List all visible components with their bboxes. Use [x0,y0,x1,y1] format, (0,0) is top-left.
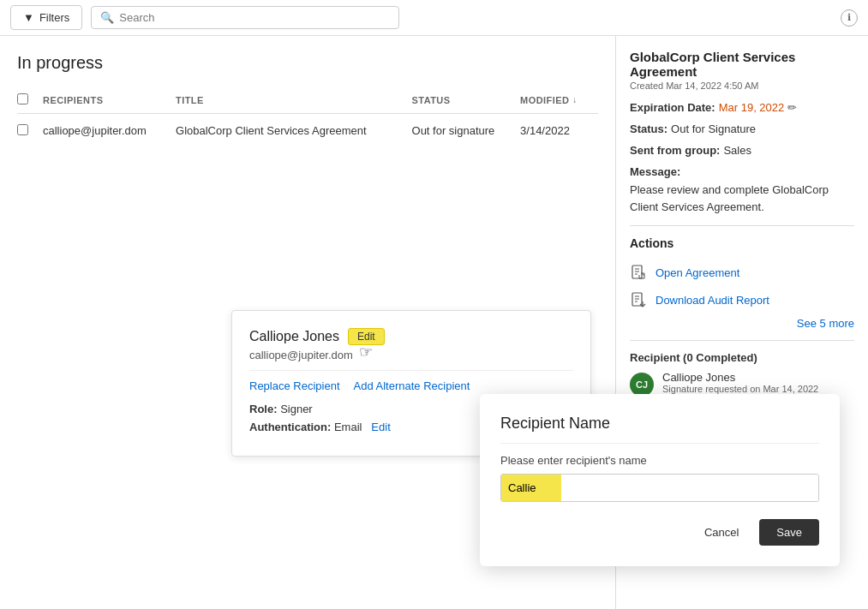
auth-edit-link[interactable]: Edit [371,421,390,433]
filter-label: Filters [39,11,69,24]
expiration-field: Expiration Date: Mar 19, 2022 ✏ [630,101,854,114]
add-alternate-link[interactable]: Add Alternate Recipient [354,379,470,392]
recipient-edit-button[interactable]: Edit ☞ [348,328,385,345]
documents-table: RECIPIENTS TITLE STATUS MODIFIED ↓ [17,87,598,148]
dialog-highlighted-input[interactable] [501,475,561,501]
col-modified: MODIFIED ↓ [520,87,598,114]
recipient-section-title: Recipient (0 Completed) [630,351,854,364]
recipient-full-name: Calliope Jones [662,371,818,384]
row-checkbox-cell [17,114,43,149]
section-title: In progress [17,53,598,73]
recipient-sig-status: Signature requested on Mar 14, 2022 [662,384,818,394]
status-label: Status: [630,122,667,135]
recipient-card: CJ Calliope Jones Signature requested on… [630,371,854,397]
open-agreement-label: Open Agreement [655,266,739,279]
divider2 [630,340,854,341]
search-input[interactable] [119,11,390,24]
replace-recipient-link[interactable]: Replace Recipient [249,379,340,392]
expiration-value: Mar 19, 2022 [719,101,785,114]
recipient-name: Calliope Jones [249,329,339,344]
cursor-hand-icon: ☞ [359,343,373,361]
dialog-save-button[interactable]: Save [759,519,819,546]
sent-from-label: Sent from group: [630,144,720,157]
message-field: Message: Please review and complete Glob… [630,165,854,215]
recipient-popup-header: Calliope Jones Edit ☞ [249,328,573,345]
sent-from-field: Sent from group: Sales [630,144,854,157]
open-agreement-icon [630,264,647,281]
table-row: calliope@jupiter.dom GlobalCorp Client S… [17,114,598,149]
info-icon[interactable]: ℹ [841,9,858,27]
expiration-edit-icon[interactable]: ✏ [787,101,797,114]
dialog-label: Please enter recipient's name [500,454,819,467]
sort-arrow-icon: ↓ [572,95,577,104]
open-agreement-action[interactable]: Open Agreement [630,259,854,286]
agreement-title: GlobalCorp Client Services Agreement [630,50,854,79]
actions-title: Actions [630,236,854,250]
recipient-name-dialog: Recipient Name Please enter recipient's … [480,394,840,566]
recipient-avatar: CJ [630,373,654,397]
col-recipients: RECIPIENTS [43,87,176,114]
popup-actions: Replace Recipient Add Alternate Recipien… [249,379,573,392]
select-all-checkbox[interactable] [17,93,28,104]
see-more-link[interactable]: See 5 more [630,317,854,330]
download-audit-label: Download Audit Report [655,294,769,307]
dialog-cancel-button[interactable]: Cancel [694,519,749,546]
status-value: Out for Signature [671,122,756,135]
row-recipient: calliope@jupiter.dom [43,114,176,149]
row-checkbox[interactable] [17,124,28,135]
expiration-label: Expiration Date: [630,101,715,114]
message-value: Please review and complete GlobalCorp Cl… [630,182,854,215]
dialog-input-wrap [500,474,819,502]
dialog-title: Recipient Name [500,415,819,444]
download-audit-icon [630,291,647,308]
recipient-info: Calliope Jones Signature requested on Ma… [662,371,818,394]
filter-icon: ▼ [23,11,34,24]
message-label: Message: [630,165,680,178]
row-status: Out for signature [412,114,521,149]
filter-button[interactable]: ▼ Filters [10,5,82,30]
divider [630,225,854,226]
col-title: TITLE [176,87,411,114]
status-field: Status: Out for Signature [630,122,854,135]
search-icon: 🔍 [100,11,114,24]
col-checkbox [17,87,43,114]
col-status: STATUS [412,87,521,114]
top-bar: ▼ Filters 🔍 ℹ [0,0,868,36]
row-title: GlobalCorp Client Services Agreement [176,114,411,149]
agreement-created: Created Mar 14, 2022 4:50 AM [630,81,854,91]
dialog-rest-input[interactable] [561,475,818,501]
search-box: 🔍 [91,6,399,29]
download-audit-action[interactable]: Download Audit Report [630,286,854,313]
row-modified: 3/14/2022 [520,114,598,149]
dialog-actions: Cancel Save [500,519,819,546]
sent-from-value: Sales [723,144,751,157]
recipient-email: calliope@jupiter.dom [249,349,573,371]
